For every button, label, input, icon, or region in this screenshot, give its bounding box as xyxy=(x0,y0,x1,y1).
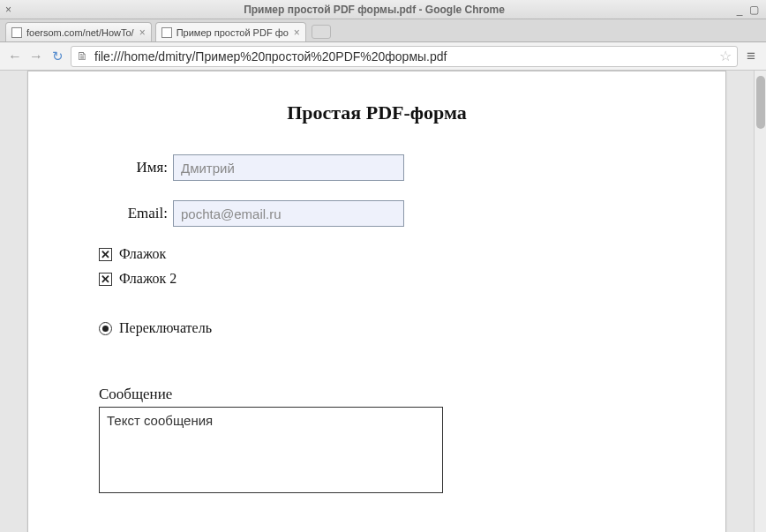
radio-1[interactable] xyxy=(99,322,112,335)
tab-label: Пример простой PDF фо xyxy=(176,27,289,38)
content-area: Простая PDF-форма Имя: Email: Флажок Фла… xyxy=(0,71,766,532)
checkbox-1[interactable] xyxy=(99,248,112,261)
radio-row: Переключатель xyxy=(99,320,655,336)
checkbox-1-label: Флажок xyxy=(119,246,166,262)
message-label: Сообщение xyxy=(99,386,655,403)
tab-0[interactable]: foersom.com/net/HowTo/ × xyxy=(5,22,152,41)
radio-label: Переключатель xyxy=(119,320,212,336)
checkbox-2[interactable] xyxy=(99,273,112,286)
name-row: Имя: xyxy=(99,154,655,181)
email-label: Email: xyxy=(99,205,173,222)
new-tab-button[interactable] xyxy=(312,25,331,39)
tab-close-icon[interactable]: × xyxy=(139,26,146,39)
form-title: Простая PDF-форма xyxy=(99,101,655,124)
chrome-menu-icon[interactable]: ≡ xyxy=(743,48,759,65)
tab-1[interactable]: Пример простой PDF фо × xyxy=(155,22,306,41)
vertical-scrollbar[interactable] xyxy=(754,71,766,532)
reload-button[interactable]: ↻ xyxy=(49,49,65,64)
window-minimize-icon[interactable]: _ xyxy=(732,4,747,16)
checkbox-2-label: Флажок 2 xyxy=(119,271,176,287)
file-icon: 🗎 xyxy=(77,49,89,63)
checkbox-2-row: Флажок 2 xyxy=(99,271,655,287)
email-input[interactable] xyxy=(173,200,404,227)
window-close-left-icon[interactable]: × xyxy=(5,4,16,16)
window-maximize-icon[interactable]: ▢ xyxy=(747,4,761,16)
name-label: Имя: xyxy=(99,159,173,176)
email-row: Email: xyxy=(99,200,655,227)
window-titlebar: × Пример простой PDF формы.pdf - Google … xyxy=(0,0,766,19)
forward-button[interactable]: → xyxy=(28,49,44,64)
name-input[interactable] xyxy=(173,154,404,181)
tab-close-icon[interactable]: × xyxy=(294,26,300,39)
favicon-icon xyxy=(11,27,22,38)
message-textarea[interactable] xyxy=(99,407,443,493)
scrollbar-thumb[interactable] xyxy=(756,76,765,129)
browser-toolbar: ← → ↻ 🗎 file:///home/dmitry/Пример%20про… xyxy=(0,42,766,71)
page-scrollport: Простая PDF-форма Имя: Email: Флажок Фла… xyxy=(0,71,754,532)
bookmark-star-icon[interactable]: ☆ xyxy=(719,48,732,64)
favicon-icon xyxy=(161,27,172,38)
tab-label: foersom.com/net/HowTo/ xyxy=(26,27,134,38)
back-button[interactable]: ← xyxy=(7,49,23,64)
address-bar[interactable]: 🗎 file:///home/dmitry/Пример%20простой%2… xyxy=(71,46,738,67)
checkbox-1-row: Флажок xyxy=(99,246,655,262)
window-title: Пример простой PDF формы.pdf - Google Ch… xyxy=(16,4,732,16)
browser-tabstrip: foersom.com/net/HowTo/ × Пример простой … xyxy=(0,19,766,42)
url-text: file:///home/dmitry/Пример%20простой%20P… xyxy=(94,49,714,64)
pdf-page: Простая PDF-форма Имя: Email: Флажок Фла… xyxy=(27,71,726,532)
